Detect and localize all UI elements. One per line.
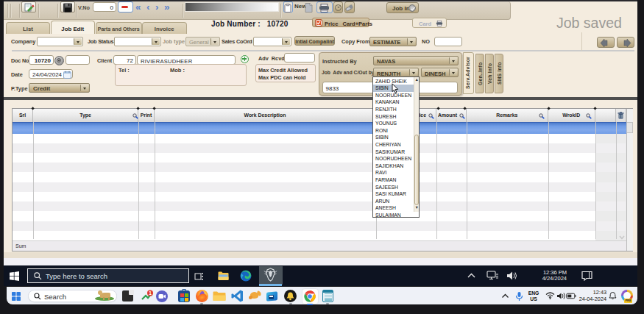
svg-text:1: 1: [149, 290, 152, 296]
